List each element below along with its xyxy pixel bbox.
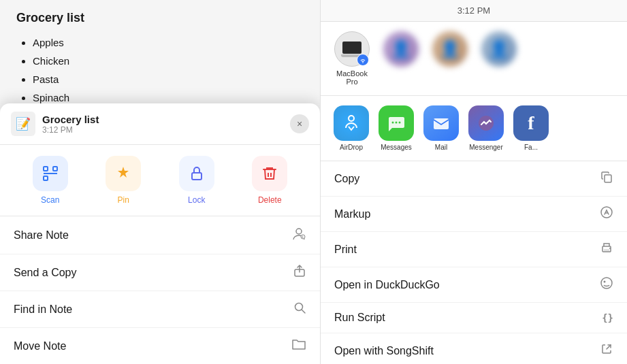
airdrop-app-icon bbox=[334, 105, 369, 141]
svg-point-11 bbox=[295, 303, 303, 311]
svg-point-15 bbox=[392, 122, 394, 124]
svg-rect-4 bbox=[192, 173, 202, 180]
svg-point-16 bbox=[396, 122, 398, 124]
duckduckgo-label: Open in DuckDuckGo bbox=[334, 279, 440, 291]
messages-app-item[interactable]: Messages bbox=[376, 105, 416, 151]
airdrop-macbook-item[interactable]: MacBookPro bbox=[332, 31, 372, 86]
svg-line-28 bbox=[607, 345, 611, 349]
person3-silhouette: 👤 bbox=[481, 31, 517, 67]
svg-rect-20 bbox=[605, 175, 611, 182]
person2-silhouette: 👤 bbox=[432, 31, 468, 67]
move-note-item[interactable]: Move Note bbox=[0, 328, 320, 364]
close-button[interactable]: × bbox=[290, 114, 309, 133]
list-item: Apples bbox=[33, 33, 304, 52]
print-item[interactable]: Print bbox=[321, 232, 627, 267]
list-item: Pasta bbox=[33, 70, 304, 88]
send-copy-label: Send a Copy bbox=[14, 267, 77, 279]
scan-icon bbox=[42, 165, 59, 182]
action-sheet-title-group: Grocery list 3:12 PM bbox=[42, 114, 290, 135]
pin-action[interactable]: Pin bbox=[106, 156, 141, 205]
svg-line-12 bbox=[302, 310, 306, 314]
svg-rect-2 bbox=[44, 176, 48, 180]
share-header: 3:12 PM bbox=[321, 0, 627, 22]
action-sheet-header: 📝 Grocery list 3:12 PM × bbox=[0, 103, 320, 145]
run-script-icon: {} bbox=[602, 312, 613, 323]
share-note-icon: + bbox=[291, 226, 306, 244]
svg-point-27 bbox=[604, 281, 606, 283]
share-time: 3:12 PM bbox=[457, 5, 490, 16]
delete-icon-wrap bbox=[252, 156, 287, 191]
run-script-item[interactable]: Run Script {} bbox=[321, 303, 627, 333]
mail-app-item[interactable]: Mail bbox=[421, 105, 461, 151]
duckduckgo-icon bbox=[600, 276, 613, 293]
more-app-icon: f bbox=[513, 105, 549, 141]
print-label: Print bbox=[334, 244, 357, 256]
scan-action[interactable]: Scan bbox=[33, 156, 68, 205]
find-in-note-label: Find in Note bbox=[14, 303, 72, 316]
copy-item[interactable]: Copy bbox=[321, 161, 627, 197]
action-sheet-subtitle: 3:12 PM bbox=[42, 125, 290, 135]
lock-icon bbox=[189, 165, 205, 182]
send-copy-item[interactable]: Send a Copy bbox=[0, 254, 320, 291]
copy-label: Copy bbox=[334, 173, 359, 185]
messages-app-icon bbox=[379, 105, 414, 141]
pin-label: Pin bbox=[118, 195, 129, 205]
songshift-open-icon bbox=[600, 342, 613, 359]
songshift-open-item[interactable]: Open with SongShift bbox=[321, 333, 627, 364]
print-icon bbox=[600, 241, 613, 258]
svg-point-14 bbox=[349, 116, 354, 121]
messages-app-label: Messages bbox=[381, 144, 412, 151]
send-copy-icon bbox=[293, 264, 306, 281]
move-note-label: Move Note bbox=[14, 340, 66, 352]
find-in-note-item[interactable]: Find in Note bbox=[0, 291, 320, 328]
more-app-item[interactable]: f Fa... bbox=[511, 105, 551, 151]
delete-label: Delete bbox=[258, 195, 282, 205]
mail-app-icon bbox=[423, 105, 459, 141]
share-note-item[interactable]: Share Note + bbox=[0, 216, 320, 254]
scan-label: Scan bbox=[41, 195, 59, 205]
airdrop-person3[interactable]: 👤 bbox=[479, 31, 519, 86]
svg-rect-0 bbox=[44, 167, 48, 171]
macbook-screen bbox=[342, 42, 361, 54]
copy-icon bbox=[600, 170, 613, 187]
airdrop-person2[interactable]: 👤 bbox=[430, 31, 470, 86]
share-menu: Copy Markup Print bbox=[321, 161, 627, 364]
lock-action[interactable]: Lock bbox=[179, 156, 214, 205]
run-script-label: Run Script bbox=[334, 312, 385, 324]
markup-icon bbox=[600, 205, 613, 222]
share-note-label: Share Note bbox=[14, 229, 69, 242]
quick-actions-row: Scan Pin Lock bbox=[0, 145, 320, 216]
person2-avatar: 👤 bbox=[432, 31, 468, 67]
svg-point-17 bbox=[399, 122, 401, 124]
mail-app-label: Mail bbox=[435, 144, 447, 151]
folder-icon bbox=[291, 337, 306, 354]
find-icon bbox=[293, 301, 306, 318]
markup-label: Markup bbox=[334, 208, 370, 220]
airdrop-app-label: AirDrop bbox=[340, 144, 363, 151]
airdrop-app-item[interactable]: AirDrop bbox=[332, 105, 371, 151]
lock-label: Lock bbox=[188, 195, 205, 205]
app-icons-row: AirDrop Messages Mail bbox=[321, 96, 627, 161]
action-sheet-title: Grocery list bbox=[42, 114, 290, 125]
delete-action[interactable]: Delete bbox=[252, 156, 287, 205]
lock-icon-wrap bbox=[179, 156, 214, 191]
list-item: Chicken bbox=[33, 52, 304, 70]
pin-icon-wrap bbox=[106, 156, 141, 191]
svg-point-7 bbox=[296, 229, 302, 234]
svg-point-13 bbox=[362, 62, 364, 63]
duckduckgo-item[interactable]: Open in DuckDuckGo bbox=[321, 267, 627, 303]
macbook-label: MacBookPro bbox=[336, 69, 368, 86]
svg-rect-24 bbox=[604, 249, 609, 251]
markup-item[interactable]: Markup bbox=[321, 197, 627, 232]
left-panel: Grocery list Apples Chicken Pasta Spinac… bbox=[0, 0, 320, 364]
more-app-label: Fa... bbox=[524, 144, 538, 151]
right-panel: 3:12 PM MacBookPro 👤 bbox=[320, 0, 627, 364]
person1-silhouette: 👤 bbox=[383, 31, 419, 67]
messenger-app-item[interactable]: Messenger bbox=[466, 105, 506, 151]
person1-avatar: 👤 bbox=[383, 31, 419, 67]
note-icon: 📝 bbox=[11, 112, 35, 136]
macbook-avatar bbox=[334, 31, 370, 67]
airdrop-person1[interactable]: 👤 bbox=[381, 31, 421, 86]
svg-text:+: + bbox=[301, 234, 304, 240]
svg-point-21 bbox=[601, 207, 612, 218]
